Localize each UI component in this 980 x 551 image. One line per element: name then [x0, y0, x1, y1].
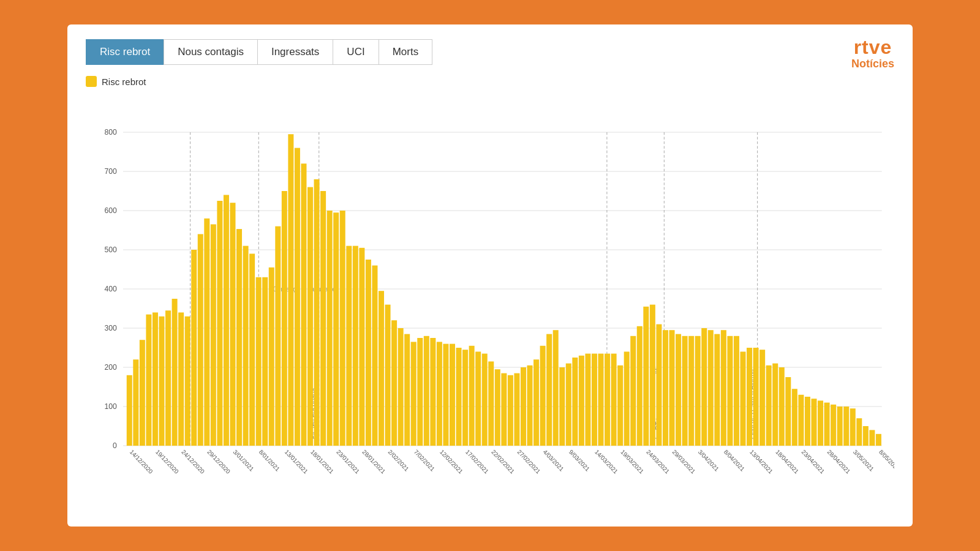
svg-rect-59 — [314, 179, 320, 446]
svg-rect-39 — [185, 317, 190, 446]
svg-rect-67 — [366, 260, 371, 446]
svg-rect-100 — [579, 356, 584, 446]
svg-rect-48 — [243, 246, 249, 446]
svg-text:29/12/2020: 29/12/2020 — [206, 448, 232, 475]
svg-text:19/12/2020: 19/12/2020 — [154, 448, 180, 475]
svg-rect-75 — [417, 338, 423, 446]
svg-rect-74 — [411, 342, 417, 446]
svg-text:100: 100 — [104, 402, 116, 411]
svg-rect-34 — [153, 312, 158, 446]
svg-rect-117 — [688, 336, 694, 446]
svg-rect-76 — [424, 336, 429, 446]
rtve-noticies: Notícies — [851, 58, 894, 70]
tab-ingressats[interactable]: Ingressats — [257, 39, 333, 65]
svg-rect-124 — [734, 336, 739, 446]
svg-rect-115 — [676, 334, 681, 446]
svg-rect-69 — [379, 291, 384, 446]
svg-text:13/04/2021: 13/04/2021 — [748, 448, 774, 475]
svg-rect-101 — [585, 354, 590, 446]
svg-rect-123 — [727, 336, 733, 446]
svg-rect-125 — [740, 351, 745, 446]
svg-text:7/02/2021: 7/02/2021 — [413, 448, 436, 473]
svg-rect-73 — [404, 334, 410, 446]
svg-rect-61 — [327, 211, 333, 446]
svg-text:28/04/2021: 28/04/2021 — [826, 448, 852, 475]
tab-nous-contagis[interactable]: Nous contagis — [164, 39, 257, 65]
svg-text:27/02/2021: 27/02/2021 — [516, 448, 542, 475]
svg-rect-64 — [346, 246, 352, 446]
svg-rect-45 — [224, 195, 229, 446]
tab-uci[interactable]: UCI — [333, 39, 378, 65]
svg-rect-140 — [837, 407, 843, 446]
svg-text:500: 500 — [104, 246, 116, 254]
svg-text:0: 0 — [113, 441, 117, 450]
svg-rect-35 — [159, 317, 164, 446]
svg-rect-108 — [630, 336, 636, 446]
svg-rect-81 — [456, 348, 462, 446]
svg-rect-84 — [475, 351, 481, 446]
svg-text:22/02/2021: 22/02/2021 — [490, 448, 516, 475]
svg-text:14/03/2021: 14/03/2021 — [594, 448, 619, 475]
svg-text:3/05/2021: 3/05/2021 — [852, 448, 875, 473]
legend-color-dot — [86, 76, 97, 87]
svg-rect-33 — [146, 315, 151, 446]
svg-text:24/03/2021: 24/03/2021 — [645, 448, 671, 475]
svg-rect-110 — [643, 307, 649, 446]
svg-rect-99 — [572, 358, 578, 446]
svg-rect-44 — [217, 201, 222, 446]
svg-rect-113 — [663, 330, 668, 446]
svg-rect-144 — [863, 426, 869, 446]
svg-rect-102 — [592, 354, 597, 446]
svg-text:800: 800 — [104, 128, 116, 137]
svg-rect-141 — [843, 407, 849, 446]
svg-rect-51 — [262, 277, 268, 446]
svg-text:18/01/2021: 18/01/2021 — [309, 448, 335, 475]
svg-text:17/02/2021: 17/02/2021 — [464, 448, 490, 475]
svg-text:9/03/2021: 9/03/2021 — [568, 448, 591, 473]
rtve-logo: rtve Notícies — [851, 37, 894, 70]
svg-rect-38 — [178, 312, 184, 446]
svg-rect-137 — [818, 400, 823, 446]
svg-rect-109 — [637, 326, 643, 446]
svg-rect-127 — [753, 348, 759, 446]
svg-rect-143 — [856, 418, 862, 446]
svg-rect-41 — [198, 234, 203, 446]
svg-rect-36 — [165, 310, 171, 446]
svg-rect-78 — [437, 342, 442, 446]
tab-risc-rebrot[interactable]: Risc rebrot — [86, 39, 164, 65]
tab-bar: Risc rebrot Nous contagis Ingressats UCI… — [86, 39, 894, 65]
tab-morts[interactable]: Morts — [379, 39, 433, 65]
svg-rect-103 — [598, 354, 604, 446]
svg-rect-122 — [721, 330, 726, 446]
svg-rect-52 — [269, 268, 274, 446]
svg-text:24/12/2020: 24/12/2020 — [180, 448, 206, 475]
svg-rect-66 — [359, 248, 364, 446]
chart-container: 0 100 200 300 400 500 600 700 800 Començ… — [86, 93, 894, 485]
svg-rect-107 — [624, 351, 630, 446]
svg-rect-77 — [430, 338, 435, 446]
svg-rect-135 — [805, 397, 810, 446]
svg-rect-94 — [540, 346, 546, 446]
svg-rect-46 — [230, 203, 235, 446]
svg-rect-126 — [747, 348, 752, 446]
svg-text:28/01/2021: 28/01/2021 — [361, 448, 386, 475]
svg-text:13/01/2021: 13/01/2021 — [284, 448, 309, 475]
svg-rect-134 — [798, 395, 804, 446]
svg-text:600: 600 — [104, 206, 116, 215]
svg-rect-128 — [760, 350, 765, 446]
svg-text:23/01/2021: 23/01/2021 — [335, 448, 361, 475]
svg-text:400: 400 — [104, 285, 116, 293]
svg-rect-111 — [650, 305, 655, 446]
svg-text:19/03/2021: 19/03/2021 — [619, 448, 645, 475]
svg-rect-82 — [462, 350, 468, 446]
svg-rect-63 — [340, 211, 345, 446]
svg-text:8/01/2021: 8/01/2021 — [258, 448, 281, 473]
svg-rect-92 — [527, 365, 533, 446]
svg-rect-121 — [714, 334, 720, 446]
svg-rect-50 — [256, 277, 262, 446]
svg-rect-31 — [133, 359, 138, 446]
svg-rect-42 — [204, 219, 209, 446]
svg-rect-114 — [669, 330, 674, 446]
svg-rect-120 — [708, 330, 714, 446]
svg-rect-95 — [546, 334, 552, 446]
